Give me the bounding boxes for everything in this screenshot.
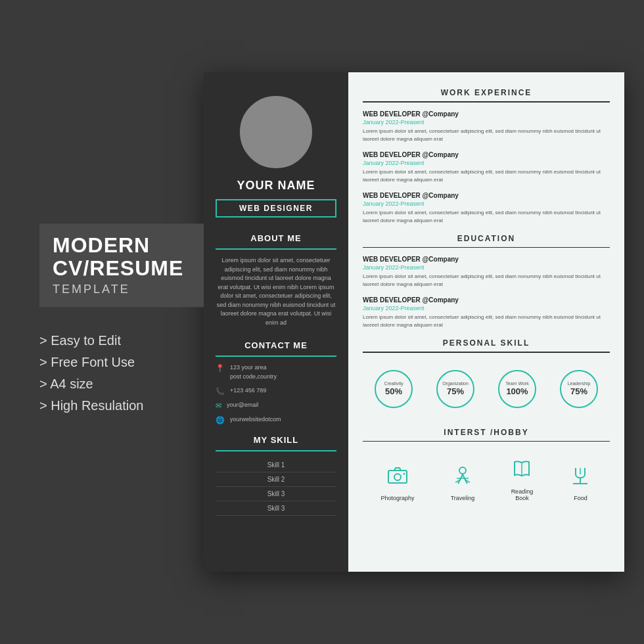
hobby-label-traveling: Traveling [451,495,475,501]
avatar [240,96,312,168]
circle-border: Creativity 50% [375,370,413,408]
circle-percent: 100% [506,386,528,396]
hobby-label-photography: Photography [381,495,415,501]
personal-skill-section: PERSONAL SKILL Creativity 50% Organizati… [363,338,610,417]
email-text: your@email [227,401,258,410]
skill-circle-teamwork: Team Work 100% [498,370,536,408]
hobby-heading: INTERST /HOBBY [363,428,610,437]
circle-percent: 75% [447,386,464,396]
resume-right-col: WORK EXPERINCE WEB DEVELOPER @Company Ja… [348,72,624,572]
edu-title: WEB DEVELOPER @Company [363,296,610,304]
work-date: January 2022-Preasent [363,160,610,166]
section-divider [363,441,610,442]
skill-circle-organization: Organization 75% [436,370,474,408]
edu-date: January 2022-Preasent [363,264,610,271]
svg-point-3 [459,467,466,474]
main-subtitle: TEMPLATE [53,283,191,297]
hobby-traveling: Traveling [451,464,475,501]
contact-email: ✉ your@email [216,401,336,410]
teal-divider-3 [216,450,336,451]
section-divider [363,352,610,353]
job-title-badge: WEB DESIGNER [216,199,336,218]
work-title: WEB DEVELOPER @Company [363,110,610,118]
work-experience-section: WORK EXPERINCE WEB DEVELOPER @Company Ja… [363,88,610,225]
contact-website: 🌐 yourwebsitedotcom [216,415,336,425]
section-divider [363,101,610,103]
circle-percent: 50% [385,386,402,396]
skill-circle-creativity: Creativity 50% [375,370,413,408]
work-entry-1: WEB DEVELOPER @Company January 2022-Prea… [363,110,610,143]
main-title: MODERN CV/RESUME [53,234,191,280]
contact-heading: CONTACT ME [216,340,336,350]
edu-date: January 2022-Preasent [363,305,610,311]
page-wrapper: MODERN CV/RESUME TEMPLATE > Easy to Edit… [0,0,644,644]
work-desc: Lorem ipsum dolor sit amet, consectetuer… [363,127,610,143]
feature-item: > Free Font Use [39,356,204,371]
edu-heading: EDUCATION [363,234,610,243]
work-entry-2: WEB DEVELOPER @Company January 2022-Prea… [363,151,610,184]
work-title: WEB DEVELOPER @Company [363,192,610,199]
circle-border: Leadership 75% [560,370,598,408]
travel-icon [451,464,474,491]
hobby-label-reading: ReadingBook [511,488,534,501]
hobby-food: Food [569,464,591,501]
edu-entry-1: WEB DEVELOPER @Company January 2022-Prea… [363,256,610,288]
work-date: January 2022-Preasent [363,200,610,207]
work-title: WEB DEVELOPER @Company [363,151,610,158]
feature-item: > A4 size [39,377,204,392]
hobby-photography: Photography [381,464,415,501]
work-desc: Lorem ipsum dolor sit amet, consectetuer… [363,209,610,225]
hobby-section: INTERST /HOBBY Photogra [363,428,610,505]
feature-item: > High Resulation [39,399,204,414]
svg-rect-0 [388,471,407,483]
skill-item: Skill 3 [216,501,336,516]
work-heading: WORK EXPERINCE [363,88,610,97]
circle-label: Organization [442,381,469,386]
skill-item: Skill 1 [216,458,336,472]
phone-text: +123 456 789 [230,386,266,396]
website-text: yourwebsitedotcom [230,415,281,425]
work-entry-3: WEB DEVELOPER @Company January 2022-Prea… [363,192,610,225]
circle-label: Creativity [384,381,403,386]
about-heading: ABOUT ME [216,233,336,243]
skill-item: Skill 2 [216,472,336,487]
about-text: Lorem ipsum dolor sit amet, consectetuer… [216,256,336,327]
circle-border: Organization 75% [436,370,474,408]
left-panel: MODERN CV/RESUME TEMPLATE > Easy to Edit… [20,204,223,440]
resume-name: YOUR NAME [237,179,315,193]
skill-heading: PERSONAL SKILL [363,338,610,348]
work-date: January 2022-Preasent [363,119,610,126]
svg-point-1 [394,474,401,480]
circle-label: Leadership [568,381,591,386]
edu-title: WEB DEVELOPER @Company [363,256,610,263]
skill-heading: MY SKILL [216,435,336,445]
book-icon [511,457,533,484]
teal-divider-2 [216,356,336,357]
svg-point-2 [403,473,405,475]
address-text: 123 your areapost code,country [230,363,277,381]
hobby-label-food: Food [574,495,587,501]
edu-desc: Lorem ipsum dolor sit amet, consectetuer… [363,273,610,288]
edu-desc: Lorem ipsum dolor sit amet, consectetuer… [363,313,610,329]
circle-percent: 75% [570,386,587,396]
circle-label: Team Work [505,381,528,386]
feature-item: > Easy to Edit [39,334,204,349]
resume-container: YOUR NAME WEB DESIGNER ABOUT ME Lorem ip… [204,72,624,572]
camera-icon [386,464,409,491]
features-list: > Easy to Edit > Free Font Use > A4 size… [39,334,204,414]
title-box: MODERN CV/RESUME TEMPLATE [39,223,204,307]
skill-circles: Creativity 50% Organization 75% Team Wor… [363,361,610,417]
food-icon [569,464,591,491]
section-divider [363,247,610,248]
contact-phone: 📞 +123 456 789 [216,386,336,396]
skill-item: Skill 3 [216,487,336,501]
contact-address: 📍 123 your areapost code,country [216,363,336,381]
hobby-reading: ReadingBook [511,457,533,501]
teal-divider [216,248,336,250]
hobby-icons-row: Photography T [363,449,610,504]
work-desc: Lorem ipsum dolor sit amet, consectetuer… [363,168,610,184]
skill-circle-leadership: Leadership 75% [560,370,598,408]
circle-border: Team Work 100% [498,370,536,408]
resume-left-col: YOUR NAME WEB DESIGNER ABOUT ME Lorem ip… [204,72,348,572]
education-section: EDUCATION WEB DEVELOPER @Company January… [363,234,610,330]
